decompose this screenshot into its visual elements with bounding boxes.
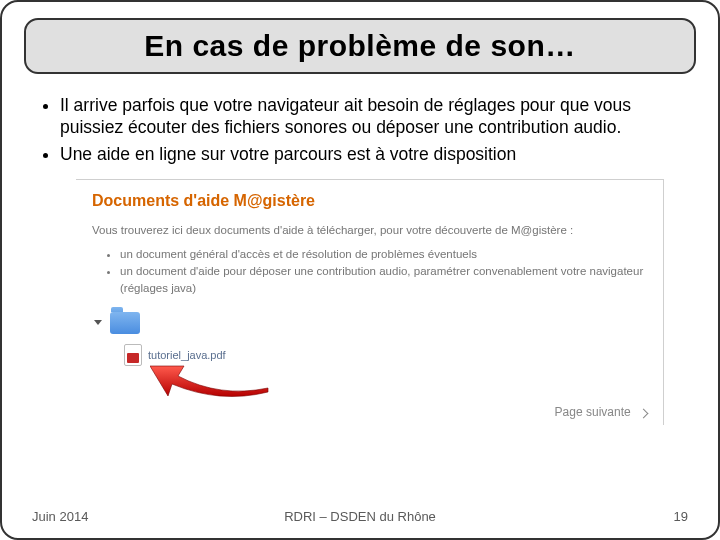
title-bar: En cas de problème de son…	[24, 18, 696, 74]
bullet-item: Une aide en ligne sur votre parcours est…	[60, 143, 672, 165]
next-page-label: Page suivante	[555, 405, 631, 419]
help-panel-list: un document général d'accès et de résolu…	[92, 246, 647, 296]
help-panel-heading: Documents d'aide M@gistère	[92, 192, 647, 210]
file-listing: tutoriel_java.pdf	[94, 314, 647, 388]
footer-org: RDRI – DSDEN du Rhône	[2, 509, 718, 524]
slide-frame: En cas de problème de son… Il arrive par…	[0, 0, 720, 540]
red-arrow-icon	[150, 358, 270, 400]
slide-footer: Juin 2014 RDRI – DSDEN du Rhône 19	[2, 509, 718, 524]
folder-icon	[110, 312, 140, 334]
bullet-list: Il arrive parfois que votre navigateur a…	[20, 88, 700, 165]
pdf-file-icon	[124, 344, 142, 366]
help-panel-list-item: un document général d'accès et de résolu…	[120, 246, 647, 263]
help-panel-list-item: un document d'aide pour déposer une cont…	[120, 263, 647, 296]
bullet-item: Il arrive parfois que votre navigateur a…	[60, 94, 672, 139]
pdf-file-name: tutoriel_java.pdf	[148, 349, 226, 361]
toggle-triangle-icon	[94, 320, 102, 325]
help-panel-screenshot: Documents d'aide M@gistère Vous trouvere…	[76, 179, 664, 425]
slide-title: En cas de problème de son…	[144, 29, 575, 63]
next-page-link[interactable]: Page suivante	[555, 405, 647, 419]
help-panel-intro: Vous trouverez ici deux documents d'aide…	[92, 224, 647, 236]
chevron-right-icon	[639, 408, 649, 418]
